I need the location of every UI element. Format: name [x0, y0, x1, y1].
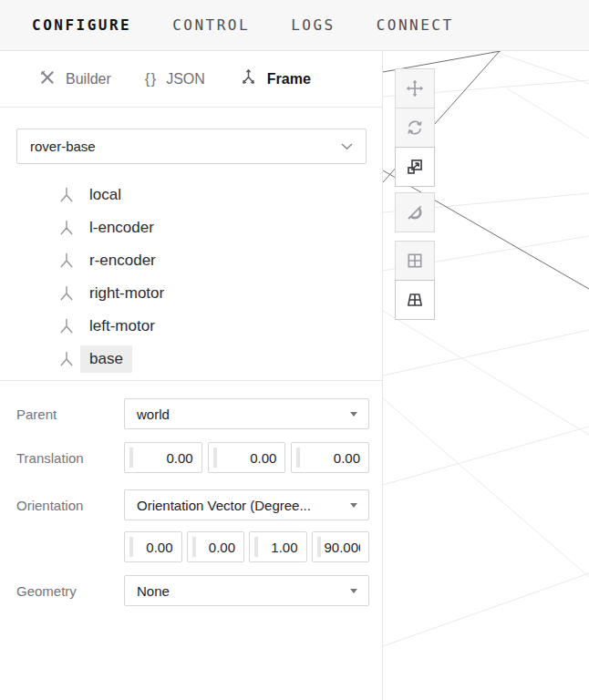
orientation-z-field: [249, 531, 307, 562]
move-icon: [405, 78, 425, 98]
configure-left-panel: Builder {} JSON Frame rover-base: [0, 51, 383, 700]
caret-down-icon: [350, 412, 357, 417]
translation-row: Translation: [16, 442, 369, 473]
frame-axes-icon: [239, 67, 258, 90]
parent-row: Parent world: [16, 398, 369, 429]
tree-item-label: left-motor: [89, 317, 155, 335]
frame-node-icon: [57, 283, 77, 304]
tree-item-label: right-motor: [89, 284, 164, 303]
builder-label: Builder: [66, 71, 111, 88]
translation-x-field: [124, 442, 202, 473]
frame-node-icon: [57, 251, 77, 271]
tree-item-right-motor[interactable]: right-motor: [0, 277, 382, 310]
snap-off-icon: [405, 202, 425, 222]
builder-tools-icon: [38, 68, 57, 90]
section-divider: [0, 380, 382, 381]
geometry-row: Geometry None: [16, 575, 369, 606]
geometry-select[interactable]: None: [124, 575, 369, 606]
frame-node-icon: [57, 316, 77, 336]
frame-node-icon: [57, 349, 77, 369]
orientation-theta-field: [312, 531, 370, 562]
tab-logs[interactable]: LOGS: [291, 16, 336, 34]
viewport-toolbar: [395, 68, 435, 320]
scale-icon: [405, 157, 425, 177]
top-nav: CONFIGURE CONTROL LOGS CONNECT: [0, 0, 589, 51]
frame-node-icon: [57, 185, 77, 205]
tree-item-local[interactable]: local: [0, 179, 382, 211]
viewport-3d[interactable]: [383, 51, 589, 700]
caret-down-icon: [350, 589, 357, 593]
tree-item-label: base: [80, 345, 132, 373]
grid-icon: [405, 251, 425, 271]
configure-sub-nav: Builder {} JSON Frame: [0, 51, 382, 108]
snap-toggle-button[interactable]: [395, 192, 435, 232]
tab-frame[interactable]: Frame: [239, 67, 311, 90]
component-select[interactable]: rover-base: [16, 129, 367, 164]
move-tool-button[interactable]: [395, 68, 435, 108]
tab-control[interactable]: CONTROL: [172, 16, 250, 34]
translation-x-input[interactable]: [125, 443, 202, 472]
json-label: JSON: [166, 71, 205, 88]
tab-connect[interactable]: CONNECT: [377, 16, 454, 34]
parent-label: Parent: [16, 407, 124, 422]
translation-y-input[interactable]: [209, 443, 285, 472]
rotate-icon: [405, 118, 425, 138]
tree-item-r-encoder[interactable]: r-encoder: [0, 244, 382, 277]
orientation-y-input[interactable]: [188, 532, 244, 561]
tree-item-label: local: [89, 186, 121, 204]
perspective-grid-icon: [405, 290, 425, 310]
component-select-value: rover-base: [30, 139, 96, 154]
scale-tool-button[interactable]: [395, 147, 435, 187]
orientation-values-row: [16, 531, 369, 562]
tree-item-label: l-encoder: [89, 219, 154, 237]
tree-item-left-motor[interactable]: left-motor: [0, 310, 382, 343]
orientation-row: Orientation Orientation Vector (Degree..…: [16, 489, 369, 520]
orientation-type-value: Orientation Vector (Degree...: [137, 498, 311, 513]
json-braces-icon: {}: [145, 70, 157, 88]
parent-select-value: world: [137, 407, 170, 422]
frame-node-icon: [57, 218, 77, 238]
grid-toggle-button[interactable]: [395, 241, 435, 281]
translation-z-input[interactable]: [292, 443, 368, 472]
caret-down-icon: [350, 503, 357, 508]
orientation-z-input[interactable]: [250, 532, 306, 561]
rotate-tool-button[interactable]: [395, 108, 435, 148]
translation-z-field: [291, 442, 369, 473]
tab-configure[interactable]: CONFIGURE: [32, 16, 131, 34]
chevron-down-icon: [341, 143, 353, 150]
orientation-label: Orientation: [16, 498, 124, 513]
frame-label: Frame: [267, 71, 311, 88]
tree-item-base[interactable]: base: [0, 343, 382, 376]
parent-select[interactable]: world: [124, 398, 369, 429]
tree-item-label: r-encoder: [89, 252, 156, 270]
orientation-theta-input[interactable]: [313, 532, 369, 561]
translation-y-field: [208, 442, 286, 473]
perspective-grid-toggle-button[interactable]: [395, 280, 435, 320]
geometry-label: Geometry: [16, 583, 124, 599]
geometry-select-value: None: [137, 583, 170, 599]
orientation-type-select[interactable]: Orientation Vector (Degree...: [124, 489, 369, 520]
tab-builder[interactable]: Builder: [38, 68, 111, 90]
translation-label: Translation: [16, 450, 124, 466]
orientation-x-field: [124, 531, 182, 562]
frame-tree: local l-encoder r-encoder right-motor le…: [0, 179, 382, 376]
tree-item-l-encoder[interactable]: l-encoder: [0, 211, 382, 244]
orientation-y-field: [187, 531, 245, 562]
orientation-x-input[interactable]: [125, 532, 181, 561]
tab-json[interactable]: {} JSON: [145, 70, 205, 88]
